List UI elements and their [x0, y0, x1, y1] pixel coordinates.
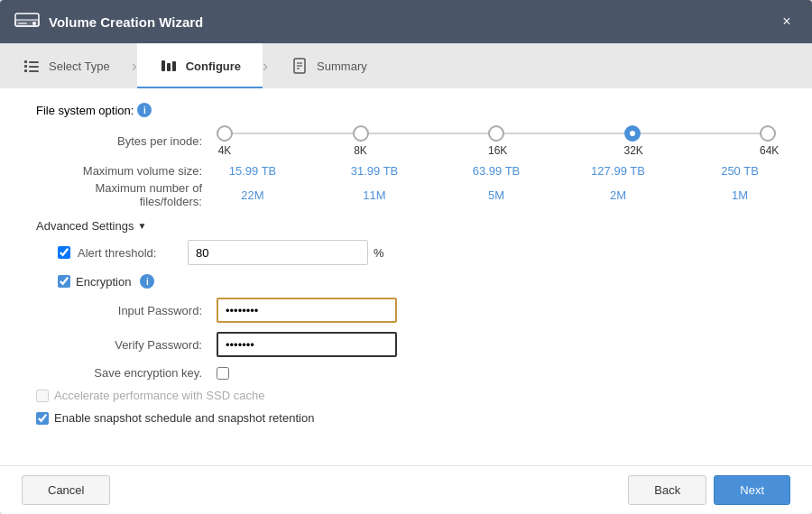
svg-rect-9: [29, 70, 39, 72]
slider-dot-1[interactable]: [353, 125, 369, 142]
slider-label-0: 4K: [217, 144, 233, 157]
bytes-per-inode-label: Bytes per inode:: [36, 134, 217, 148]
step-configure-label: Configure: [186, 60, 241, 73]
step-summary-label: Summary: [317, 60, 367, 73]
max-files-row: Maximum number of files/folders: 22M 11M…: [36, 181, 776, 208]
slider-dot-0[interactable]: [217, 125, 233, 142]
svg-rect-8: [24, 69, 27, 72]
svg-rect-4: [24, 60, 27, 63]
percent-sign: %: [374, 246, 384, 260]
max-files-cells: 22M 11M 5M 2M 1M: [217, 188, 776, 202]
next-button[interactable]: Next: [714, 475, 790, 505]
max-files-0: 22M: [217, 188, 289, 202]
encryption-info-icon[interactable]: i: [140, 274, 154, 289]
svg-rect-11: [167, 63, 171, 71]
encryption-checkbox[interactable]: [58, 275, 70, 288]
select-type-icon: [22, 56, 42, 76]
input-password-row: Input Password:: [36, 298, 776, 323]
step-summary[interactable]: Summary: [268, 43, 389, 88]
slider-track[interactable]: [217, 124, 776, 142]
max-vol-4: 250 TB: [704, 164, 776, 178]
configure-icon: [159, 56, 179, 76]
svg-rect-7: [29, 66, 39, 68]
cancel-button[interactable]: Cancel: [22, 475, 110, 505]
max-vol-0: 15.99 TB: [217, 164, 289, 178]
svg-point-2: [32, 22, 36, 25]
advanced-settings-label: Advanced Settings: [36, 219, 134, 233]
enable-snapshot-row: Enable snapshot schedule and snapshot re…: [36, 411, 776, 425]
max-files-3: 2M: [582, 188, 654, 202]
max-vol-3: 127.99 TB: [582, 164, 654, 178]
svg-rect-5: [29, 61, 39, 63]
file-system-option-label: File system option:: [36, 104, 134, 117]
alert-threshold-label: Alert threshold:: [70, 246, 188, 260]
max-files-label: Maximum number of files/folders:: [36, 181, 217, 208]
accelerate-ssd-row: Accelerate performance with SSD cache: [36, 389, 776, 402]
max-volume-size-cells: 15.99 TB 31.99 TB 63.99 TB 127.99 TB 250…: [217, 164, 776, 178]
title-bar-left: Volume Creation Wizard: [14, 12, 203, 32]
slider-dot-3[interactable]: [624, 125, 641, 142]
bytes-per-inode-section: Bytes per inode: 4K: [36, 124, 776, 208]
file-system-option-row: File system option: i: [36, 103, 776, 117]
summary-icon: [290, 56, 309, 76]
dialog-title: Volume Creation Wizard: [49, 14, 203, 30]
max-vol-2: 63.99 TB: [460, 164, 532, 178]
close-button[interactable]: ×: [776, 11, 798, 32]
encryption-row: Encryption i: [58, 274, 776, 289]
advanced-settings-header[interactable]: Advanced Settings ▼: [36, 219, 776, 233]
slider-dot-2[interactable]: [488, 125, 504, 142]
title-bar: Volume Creation Wizard ×: [0, 0, 812, 43]
slider-dot-4[interactable]: [760, 125, 776, 142]
step-configure[interactable]: Configure: [137, 43, 263, 88]
nav-buttons: Back Next: [628, 475, 790, 505]
max-vol-1: 31.99 TB: [338, 164, 411, 178]
slider-label-1: 8K: [353, 144, 369, 157]
bytes-slider-container: 4K 8K 16K 32K 64K: [217, 124, 776, 157]
max-files-1: 11M: [338, 188, 411, 202]
step-select-type[interactable]: Select Type: [0, 43, 132, 88]
enable-snapshot-label: Enable snapshot schedule and snapshot re…: [54, 411, 314, 425]
alert-threshold-row: Alert threshold: %: [36, 240, 776, 265]
main-content: File system option: i Bytes per inode:: [0, 88, 812, 465]
svg-rect-3: [18, 23, 27, 24]
svg-rect-6: [24, 65, 27, 68]
encryption-label: Encryption: [76, 275, 131, 289]
save-encryption-key-label: Save encryption key.: [72, 366, 217, 380]
max-volume-size-row: Maximum volume size: 15.99 TB 31.99 TB 6…: [36, 164, 776, 178]
enable-snapshot-checkbox[interactable]: [36, 412, 49, 425]
wizard-steps: Select Type › Configure › Summary: [0, 43, 812, 88]
alert-threshold-input[interactable]: [188, 240, 368, 265]
max-volume-size-label: Maximum volume size:: [36, 164, 217, 178]
slider-label-2: 16K: [488, 144, 504, 157]
slider-label-4: 64K: [760, 144, 776, 157]
bytes-per-inode-row: Bytes per inode: 4K: [36, 124, 776, 157]
slider-labels: 4K 8K 16K 32K 64K: [217, 144, 776, 157]
verify-password-row: Verify Password:: [36, 332, 776, 357]
input-password-label: Input Password:: [72, 304, 217, 317]
file-system-info-icon[interactable]: i: [137, 103, 152, 117]
volume-creation-wizard: Volume Creation Wizard × Select Type › C…: [0, 0, 812, 514]
save-encryption-key-row: Save encryption key.: [36, 366, 776, 380]
slider-label-3: 32K: [624, 144, 641, 157]
verify-password-label: Verify Password:: [72, 338, 217, 352]
step-select-type-label: Select Type: [49, 60, 110, 73]
accelerate-ssd-label: Accelerate performance with SSD cache: [54, 389, 264, 402]
back-button[interactable]: Back: [628, 475, 706, 505]
input-password-field[interactable]: [217, 298, 397, 323]
alert-threshold-checkbox[interactable]: [58, 246, 70, 259]
svg-rect-12: [172, 61, 176, 71]
advanced-settings-toggle-icon: ▼: [137, 221, 146, 231]
hdd-icon: [14, 12, 40, 32]
verify-password-field[interactable]: [217, 332, 397, 357]
max-files-2: 5M: [460, 188, 532, 202]
max-files-4: 1M: [704, 188, 776, 202]
save-encryption-key-checkbox[interactable]: [217, 367, 229, 380]
bottom-bar: Cancel Back Next: [0, 465, 812, 514]
accelerate-ssd-checkbox[interactable]: [36, 390, 49, 402]
svg-rect-10: [161, 60, 165, 71]
